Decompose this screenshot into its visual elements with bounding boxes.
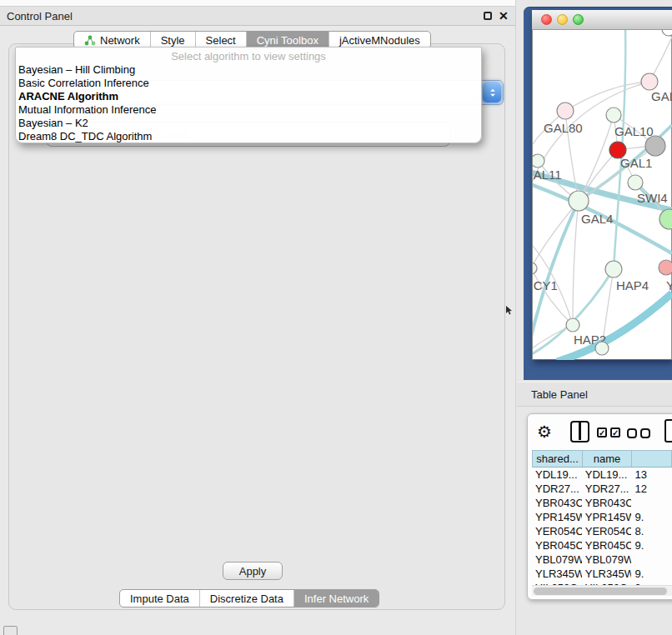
apply-button[interactable]: Apply [223,562,283,580]
algorithm-option[interactable]: Basic Correlation Inference [16,77,481,90]
network-node[interactable] [557,102,574,119]
close-icon[interactable]: ✕ [499,9,509,22]
algorithm-dropdown-list: Bayesian – Hill ClimbingBasic Correlatio… [16,63,481,143]
table-cell[interactable]: 9. [631,510,672,524]
algorithm-option[interactable]: Mutual Information Inference [16,103,481,117]
network-node[interactable] [569,191,589,211]
tab-impute-data-label: Impute Data [130,592,189,605]
table-row[interactable]: YLR345WYLR345W9. [532,567,672,581]
tab-discretize-data[interactable]: Discretize Data [199,590,293,607]
table-row[interactable]: YDL19...YDL19...13 [532,468,672,482]
node-label: Y [666,278,672,292]
table-horizontal-scrollbar[interactable] [532,585,672,596]
network-node[interactable] [645,136,665,156]
table-cell[interactable]: 9. [631,538,672,552]
table-row[interactable]: YDR27...YDR27...12 [532,482,672,496]
table-cell[interactable] [631,496,672,510]
table-cell[interactable]: YER054C [532,524,582,538]
deselect-all-checkbox-icon[interactable] [640,428,650,438]
table-cell[interactable]: YBR043C [532,496,582,510]
table-cell[interactable]: YBR045C [582,538,632,552]
network-node[interactable] [662,30,672,36]
node-label: HAP4 [616,278,649,292]
network-node[interactable] [641,73,658,90]
tab-jactivemnodules-label: jActiveMNodules [339,34,420,47]
cyni-bottom-tabs: Impute Data Discretize Data Infer Networ… [119,589,379,608]
select-all-checkbox-icon[interactable]: ✓ [597,428,607,438]
node-label: GAL [651,89,672,103]
table-cell[interactable]: 13 [631,468,672,482]
tab-infer-network-label: Infer Network [304,592,369,605]
table-row[interactable]: YBR043CYBR043C [532,496,672,510]
select-all-checkbox-icon[interactable]: ✓ [610,428,620,438]
table-hscroll-thumb[interactable] [534,588,667,595]
network-node[interactable] [659,260,672,275]
tab-network-label: Network [100,34,140,47]
algorithm-option[interactable]: Bayesian – K2 [16,117,481,130]
column-header-name[interactable]: name [582,451,631,467]
node-label: GAL11 [533,168,562,182]
tab-jactivemnodules[interactable]: jActiveMNodules [328,32,430,48]
network-canvas[interactable]: GALGAL80GAL10GAL1GAL11SWI4GAL4GCY1HAP4YH… [533,30,672,360]
deselect-all-checkbox-icon[interactable] [627,428,637,438]
table-cell[interactable]: YPR145W [582,510,632,524]
table-cell[interactable]: 8. [631,524,672,538]
gear-icon[interactable]: ⚙ [537,422,552,442]
table-row[interactable]: YPR145WYPR145W9. [532,510,672,524]
control-panel-titlebar: Control Panel ✕ [0,6,515,26]
tab-infer-network[interactable]: Infer Network [293,590,379,607]
tab-cyni-toolbox[interactable]: Cyni Toolbox [246,32,328,48]
network-node[interactable] [628,175,643,190]
table-cell[interactable]: YDL19... [532,468,582,482]
algorithm-option[interactable]: ARACNE Algorithm [16,90,481,103]
algorithm-option[interactable]: Bayesian – Hill Climbing [16,63,481,77]
table-cell[interactable]: YDL19... [582,468,632,482]
tab-select[interactable]: Select [195,32,246,48]
network-window-titlebar[interactable] [532,10,672,30]
document-icon[interactable] [664,419,672,442]
table-cell[interactable]: 9. [631,567,672,581]
table-row[interactable]: YBR045CYBR045C9. [532,538,672,552]
algorithm-option[interactable]: Dream8 DC_TDC Algorithm [16,130,481,143]
panel-corner-button[interactable] [3,626,18,635]
table-cell[interactable]: YLR345W [532,567,582,581]
algorithm-dropdown-popup: Select algorithm to view settings Bayesi… [15,47,482,143]
column-header-shared-name[interactable]: shared... [533,451,582,467]
table-cell[interactable] [631,552,672,567]
network-node[interactable] [533,262,537,274]
table-row[interactable]: YER054CYER054C8. [532,524,672,538]
tab-impute-data[interactable]: Impute Data [120,590,199,607]
network-node[interactable] [566,318,579,332]
node-table: shared... name YDL19...YDL19...13YDR27..… [532,450,672,596]
table-cell[interactable]: YLR345W [582,567,632,581]
columns-view-icon[interactable] [570,421,589,442]
table-cell[interactable]: YPR145W [532,510,582,524]
tab-network[interactable]: Network [74,32,150,48]
network-node[interactable] [595,342,609,355]
network-node[interactable] [605,261,622,278]
table-cell[interactable]: YBL079W [532,552,582,567]
network-edge[interactable] [573,201,579,325]
table-cell[interactable]: 12 [631,482,672,496]
table-cell[interactable]: YBL079W [582,552,632,567]
table-cell[interactable]: YDR27... [582,482,632,496]
table-cell[interactable]: YDR27... [532,482,582,496]
column-header-clipped[interactable] [631,451,671,467]
table-cell[interactable]: YBR045C [532,538,582,552]
tab-style-label: Style [161,34,185,47]
network-node[interactable] [659,209,672,229]
chevron-updown-icon [490,89,495,97]
zoom-traffic-light-icon[interactable] [573,14,584,25]
table-row[interactable]: YBL079WYBL079W [532,552,672,567]
table-body: YDL19...YDL19...13YDR27...YDR27...12YBR0… [532,468,672,595]
float-window-icon[interactable] [484,12,492,20]
tab-style[interactable]: Style [150,32,195,48]
minimize-traffic-light-icon[interactable] [557,14,568,25]
table-header-row: shared... name [532,450,672,468]
table-cell[interactable]: YBR043C [582,496,632,510]
table-cell[interactable]: YER054C [582,524,632,538]
combobox-focused-button[interactable] [483,82,501,102]
close-traffic-light-icon[interactable] [541,14,552,25]
network-node[interactable] [606,108,621,122]
network-node[interactable] [533,154,544,168]
